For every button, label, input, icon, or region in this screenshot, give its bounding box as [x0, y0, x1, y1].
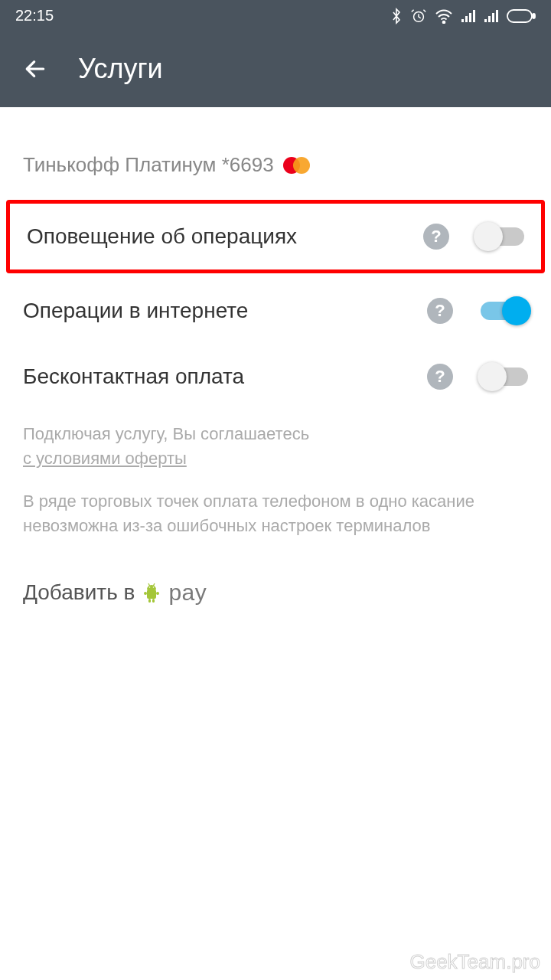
pay-label: pay	[168, 580, 207, 606]
mastercard-icon	[283, 157, 310, 174]
signal-icon-1	[461, 7, 476, 24]
svg-rect-7	[488, 16, 491, 22]
android-icon	[142, 582, 161, 603]
bluetooth-icon	[390, 6, 403, 24]
svg-point-1	[443, 21, 445, 24]
svg-rect-10	[507, 10, 532, 22]
highlight-box: Оповещение об операциях ?	[6, 200, 545, 273]
setting-row-contactless: Бесконтактная оплата ?	[0, 344, 551, 410]
content: Тинькофф Платинум *6693 Оповещение об оп…	[0, 107, 551, 624]
status-time: 22:15	[15, 7, 54, 24]
svg-rect-2	[461, 19, 464, 22]
svg-rect-12	[147, 590, 156, 599]
svg-point-13	[144, 592, 147, 595]
setting-row-notifications: Оповещение об операциях ?	[10, 204, 541, 270]
svg-point-14	[156, 592, 159, 595]
help-icon[interactable]: ?	[427, 298, 453, 324]
svg-rect-5	[473, 10, 475, 22]
setting-row-internet-ops: Операции в интернете ?	[0, 278, 551, 344]
add-to-android-pay[interactable]: Добавить в pay	[0, 561, 551, 624]
page-title: Услуги	[78, 53, 163, 85]
disclaimer-note: В ряде торговых точек оплата телефоном в…	[0, 483, 551, 561]
disclaimer-text: Подключая услугу, Вы соглашаетесь	[23, 424, 309, 443]
alarm-icon	[410, 6, 427, 24]
setting-label: Оповещение об операциях	[27, 224, 423, 249]
addpay-prefix: Добавить в	[23, 580, 135, 605]
svg-point-20	[153, 586, 155, 588]
setting-label: Операции в интернете	[23, 299, 427, 323]
status-bar: 22:15	[0, 0, 551, 31]
svg-rect-9	[496, 10, 498, 22]
toggle-notifications[interactable]	[477, 227, 524, 246]
battery-icon	[507, 7, 536, 24]
toggle-internet-ops[interactable]	[481, 302, 528, 320]
card-header: Тинькофф Платинум *6693	[0, 107, 551, 200]
svg-rect-8	[492, 13, 494, 22]
svg-line-15	[148, 583, 150, 586]
help-icon[interactable]: ?	[427, 364, 453, 390]
toggle-contactless[interactable]	[481, 368, 528, 386]
help-icon[interactable]: ?	[423, 224, 449, 250]
svg-line-16	[154, 583, 155, 586]
status-icons	[390, 6, 536, 24]
disclaimer: Подключая услугу, Вы соглашаетесь с усло…	[0, 410, 551, 483]
svg-rect-17	[148, 599, 151, 603]
card-name: Тинькофф Платинум *6693	[23, 153, 274, 177]
app-bar: Услуги	[0, 31, 551, 107]
svg-rect-4	[469, 13, 471, 22]
offer-terms-link[interactable]: с условиями оферты	[23, 449, 187, 468]
setting-label: Бесконтактная оплата	[23, 364, 427, 389]
svg-rect-3	[465, 16, 468, 22]
svg-rect-11	[533, 14, 535, 18]
watermark: GeekTeam.pro	[409, 950, 540, 974]
back-button[interactable]	[23, 57, 47, 81]
svg-rect-6	[484, 19, 487, 22]
svg-point-19	[149, 586, 151, 588]
svg-rect-18	[152, 599, 155, 603]
wifi-icon	[435, 7, 453, 24]
signal-icon-2	[484, 7, 499, 24]
